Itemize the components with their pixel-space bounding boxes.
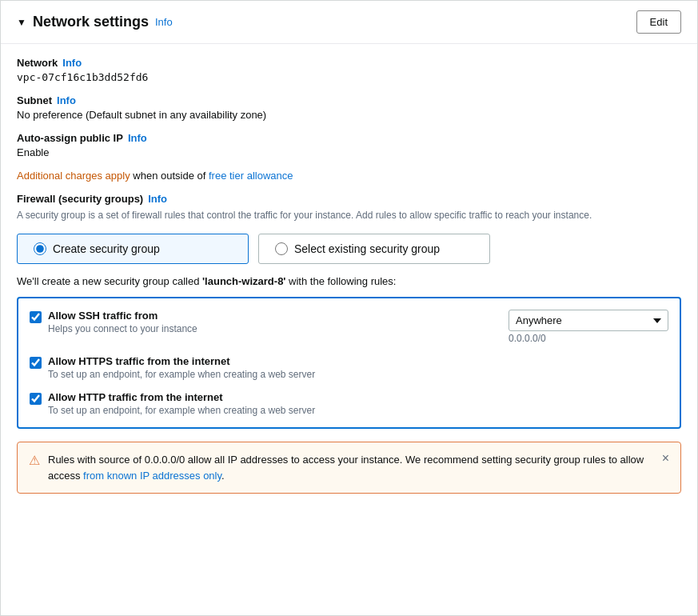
auto-assign-info-link[interactable]: Info (128, 132, 147, 144)
known-ip-link[interactable]: from known IP addresses only (83, 470, 221, 482)
ssh-dropdown-sub: 0.0.0.0/0 (509, 333, 668, 344)
subnet-info-link[interactable]: Info (57, 94, 76, 106)
network-field: Network Info vpc-07cf16c1b3dd52fd6 (17, 57, 681, 83)
firewall-description: A security group is a set of firewall ru… (17, 208, 672, 222)
firewall-label: Firewall (security groups) Info (17, 193, 681, 205)
auto-assign-label: Auto-assign public IP Info (17, 132, 681, 144)
subnet-value: No preference (Default subnet in any ava… (17, 109, 681, 121)
ssh-rule-checkbox-area: Allow SSH traffic from Helps you connect… (30, 310, 499, 334)
ssh-rule-desc: Helps you connect to your instance (48, 323, 499, 334)
charges-prefix: Additional charges apply (17, 170, 130, 182)
create-sg-radio[interactable] (34, 242, 46, 255)
auto-assign-value: Enable (17, 146, 681, 158)
free-tier-link[interactable]: free tier allowance (209, 170, 293, 182)
http-rule-title: Allow HTTP traffic from the internet (48, 391, 668, 403)
existing-sg-label: Select existing security group (294, 242, 440, 255)
auto-assign-field: Auto-assign public IP Info Enable (17, 132, 681, 158)
section-title: Network settings (33, 14, 149, 30)
ssh-traffic-source-select[interactable]: Anywhere (509, 310, 668, 331)
warning-text: Rules with source of 0.0.0.0/0 allow all… (48, 452, 654, 483)
create-sg-label: Create security group (53, 242, 160, 255)
warning-close-button[interactable]: × (662, 452, 669, 465)
ssh-rule-checkbox[interactable] (30, 311, 42, 323)
subnet-field: Subnet Info No preference (Default subne… (17, 94, 681, 121)
warning-icon: ⚠ (29, 453, 40, 468)
firewall-field: Firewall (security groups) Info A securi… (17, 193, 681, 222)
title-group: ▼ Network settings Info (17, 14, 173, 30)
ssh-rule-title: Allow SSH traffic from (48, 310, 499, 322)
https-rule-row: Allow HTTPS traffic from the internet To… (30, 355, 668, 380)
warning-box: ⚠ Rules with source of 0.0.0.0/0 allow a… (17, 442, 681, 494)
ssh-rule-text: Allow SSH traffic from Helps you connect… (48, 310, 499, 334)
edit-button[interactable]: Edit (636, 10, 681, 34)
http-rule-text: Allow HTTP traffic from the internet To … (48, 391, 668, 416)
https-rule-text: Allow HTTPS traffic from the internet To… (48, 355, 668, 380)
https-rule-checkbox-area: Allow HTTPS traffic from the internet To… (30, 355, 668, 380)
firewall-info-link[interactable]: Info (148, 193, 167, 205)
header-info-link[interactable]: Info (155, 16, 173, 28)
existing-sg-radio[interactable] (275, 242, 288, 255)
network-label: Network Info (17, 57, 681, 69)
network-info-link[interactable]: Info (62, 57, 82, 69)
http-rule-checkbox[interactable] (30, 393, 42, 405)
https-rule-title: Allow HTTPS traffic from the internet (48, 355, 668, 367)
http-rule-desc: To set up an endpoint, for example when … (48, 405, 668, 416)
https-rule-checkbox[interactable] (30, 357, 42, 369)
create-sg-option[interactable]: Create security group (17, 234, 249, 264)
ssh-rule-dropdown: Anywhere 0.0.0.0/0 (509, 310, 668, 344)
http-rule-row: Allow HTTP traffic from the internet To … (30, 391, 668, 416)
https-rule-desc: To set up an endpoint, for example when … (48, 369, 668, 380)
subnet-label: Subnet Info (17, 94, 681, 106)
section-header: ▼ Network settings Info Edit (1, 1, 697, 44)
collapse-icon[interactable]: ▼ (17, 17, 26, 28)
section-body: Network Info vpc-07cf16c1b3dd52fd6 Subne… (1, 44, 697, 506)
security-group-radio-group: Create security group Select existing se… (17, 234, 681, 264)
rules-box: Allow SSH traffic from Helps you connect… (17, 297, 681, 429)
http-rule-checkbox-area: Allow HTTP traffic from the internet To … (30, 391, 668, 416)
charges-middle: when outside of (133, 170, 209, 182)
charges-row: Additional charges apply when outside of… (17, 170, 681, 182)
network-value: vpc-07cf16c1b3dd52fd6 (17, 71, 681, 83)
existing-sg-option[interactable]: Select existing security group (258, 234, 490, 264)
ssh-rule-row: Allow SSH traffic from Helps you connect… (30, 310, 668, 344)
new-sg-description: We'll create a new security group called… (17, 275, 681, 287)
